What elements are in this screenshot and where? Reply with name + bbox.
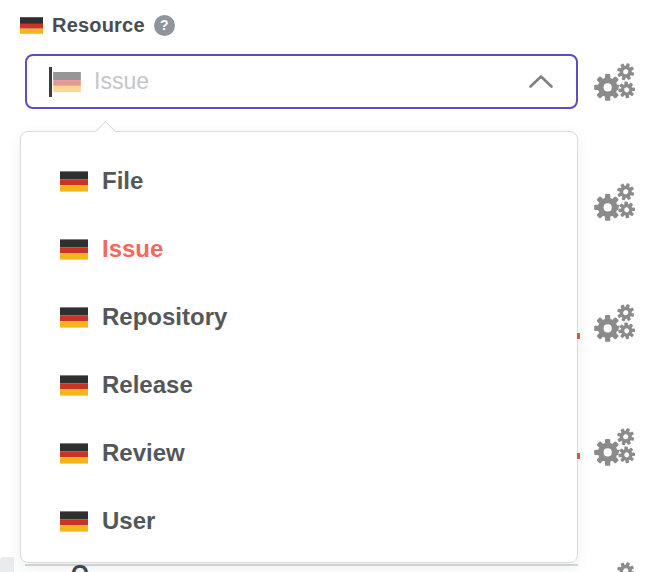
required-asterisk-fragment xyxy=(577,333,580,339)
gears-icon xyxy=(593,303,636,344)
field-label: Resource xyxy=(52,14,145,37)
option-review[interactable]: Review xyxy=(21,419,577,487)
german-flag-icon xyxy=(60,375,88,396)
dropdown-caret xyxy=(95,120,116,141)
option-label: Issue xyxy=(102,235,163,263)
option-label: Repository xyxy=(102,303,227,331)
german-flag-icon xyxy=(60,239,88,260)
german-flag-icon xyxy=(60,307,88,328)
resource-dropdown-menu: File Issue Repository Release Review Use… xyxy=(20,131,578,563)
gears-icon xyxy=(593,62,636,103)
field-settings-button[interactable] xyxy=(593,62,636,103)
option-label: File xyxy=(102,167,143,195)
chevron-up-icon[interactable] xyxy=(528,74,554,89)
option-label: User xyxy=(102,507,155,535)
option-label: Release xyxy=(102,371,193,399)
resource-field-form: { "field": { "label": "Resource", "help_… xyxy=(0,0,650,572)
select-placeholder: Issue xyxy=(94,68,149,95)
option-release[interactable]: Release xyxy=(21,351,577,419)
german-flag-icon xyxy=(20,17,43,34)
option-user[interactable]: User xyxy=(21,487,577,555)
resource-select-input[interactable]: Issue xyxy=(25,54,578,109)
field-settings-button[interactable] xyxy=(593,427,636,468)
gears-icon xyxy=(593,182,636,223)
help-icon[interactable]: ? xyxy=(154,15,175,36)
obscured-element-fragment xyxy=(0,557,14,572)
german-flag-icon xyxy=(60,443,88,464)
german-flag-icon xyxy=(53,72,81,92)
option-label: Review xyxy=(102,439,185,467)
field-label-row: Resource ? xyxy=(20,14,175,37)
gears-icon xyxy=(593,427,636,468)
field-settings-button[interactable] xyxy=(593,303,636,344)
german-flag-icon xyxy=(60,511,88,532)
german-flag-icon xyxy=(60,171,88,192)
required-asterisk-fragment xyxy=(577,453,580,459)
field-settings-button[interactable] xyxy=(593,561,636,572)
field-settings-button[interactable] xyxy=(593,182,636,223)
option-file[interactable]: File xyxy=(21,147,577,215)
gears-icon xyxy=(593,561,636,572)
option-issue[interactable]: Issue xyxy=(21,215,577,283)
text-cursor xyxy=(49,67,52,97)
option-repository[interactable]: Repository xyxy=(21,283,577,351)
obscured-row-border xyxy=(25,564,578,572)
